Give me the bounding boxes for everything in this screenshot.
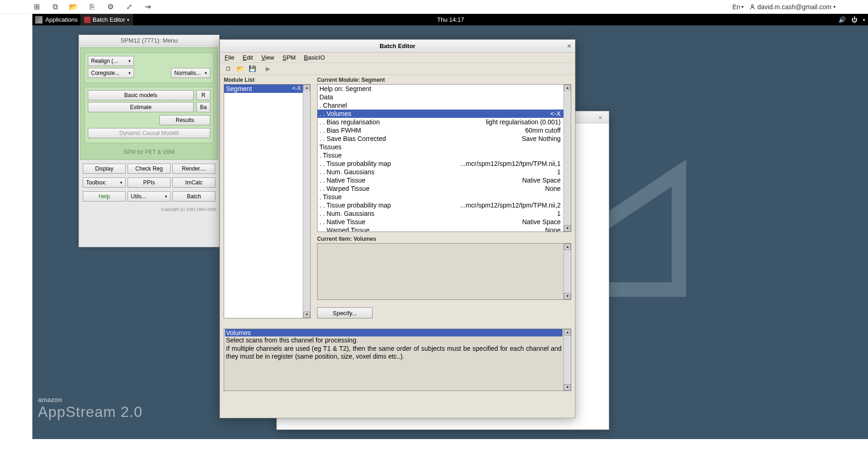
scroll-up-icon[interactable]: ▴ — [303, 85, 310, 91]
batch-editor-task-icon — [84, 17, 91, 23]
spm12-menu-window[interactable]: SPM12 (7771): Menu Realign (... Coregist… — [79, 35, 220, 247]
scroll-up-icon[interactable]: ▴ — [564, 85, 571, 91]
estimate-button[interactable]: Estimate — [88, 102, 194, 112]
module-list-label: Module List — [224, 76, 311, 84]
scroll-down-icon[interactable]: ▾ — [303, 312, 310, 318]
help-button[interactable]: Help — [83, 191, 126, 202]
render-button[interactable]: Render.... — [172, 164, 215, 174]
clipboard-icon[interactable]: ⎘ — [88, 3, 96, 11]
utils-select[interactable]: Utils... — [128, 191, 171, 202]
toolbox-select[interactable]: Toolbox: — [83, 177, 126, 188]
new-icon[interactable]: 🗋 — [225, 65, 232, 73]
scroll-up-icon[interactable]: ▴ — [564, 329, 571, 336]
scrollbar[interactable]: ▴ ▾ — [563, 244, 571, 299]
svg-point-0 — [751, 5, 753, 7]
bayesian-button[interactable]: Ba — [196, 102, 210, 112]
windows-icon[interactable]: ⧉ — [51, 3, 59, 11]
appstream-toolbar: ⊞ ⧉ 📂 ⎘ ⚙ ⤢ ⇥ En ▾ david.m.cash@gmail.co… — [0, 0, 868, 14]
power-icon[interactable]: ⏻ — [851, 16, 857, 23]
volume-icon[interactable]: 🔊 — [838, 16, 846, 23]
tree-row[interactable]: . . Num. Gaussians1 — [318, 209, 563, 218]
tree-row[interactable]: . . Bias regularisationlight regularisat… — [318, 118, 563, 126]
imcalc-button[interactable]: ImCalc — [172, 177, 215, 188]
spm-copyright: Copyright (c) 1991,1994-2020 — [79, 206, 219, 213]
help-area[interactable]: Volumes Select scans from this channel f… — [224, 329, 571, 391]
current-module-label: Current Module: Segment — [317, 76, 571, 84]
review-button[interactable]: R — [196, 90, 210, 100]
run-icon[interactable]: ▶ — [264, 65, 272, 73]
connector-icon[interactable]: ⇥ — [143, 3, 152, 11]
toolbar-left-icons: ⊞ ⧉ 📂 ⎘ ⚙ ⤢ ⇥ — [32, 3, 152, 11]
results-button[interactable]: Results — [159, 115, 210, 125]
scroll-down-icon[interactable]: ▾ — [564, 293, 571, 299]
clock[interactable]: Thu 14:17 — [437, 16, 465, 23]
scroll-down-icon[interactable]: ▾ — [564, 384, 571, 391]
scrollbar[interactable]: ▴ ▾ — [303, 85, 310, 318]
user-menu[interactable]: david.m.cash@gmail.com ▾ — [749, 3, 836, 11]
ppis-button[interactable]: PPIs — [128, 177, 171, 188]
tree-row[interactable]: . . Save Bias CorrectedSave Nothing — [318, 134, 563, 143]
close-icon[interactable]: × — [599, 114, 605, 121]
language-selector[interactable]: En ▾ — [732, 3, 743, 11]
checkreg-button[interactable]: Check Reg — [128, 164, 171, 174]
specify-button[interactable]: Specify... — [317, 307, 373, 318]
save-icon[interactable]: 💾 — [249, 65, 256, 73]
tree-row[interactable]: Tissues — [318, 143, 563, 151]
help-text-2: If multiple channels are used (eg T1 & T… — [225, 345, 562, 361]
scrollbar[interactable]: ▴ ▾ — [563, 329, 571, 391]
tree-row[interactable]: . . Volumes<-X — [318, 110, 563, 118]
tree-row[interactable]: . . Num. Gaussians1 — [318, 168, 563, 176]
tree-row[interactable]: . Tissue — [318, 193, 563, 201]
display-button[interactable]: Display — [83, 164, 126, 174]
batch-button[interactable]: Batch — [172, 191, 215, 202]
batch-title-text: Batch Editor — [379, 43, 415, 49]
applications-menu[interactable]: Applications — [32, 14, 80, 25]
desktop: Applications Batch Editor ▾ Thu 14:17 🔊 … — [32, 14, 868, 439]
system-tray: 🔊 ⏻ ▾ — [838, 16, 865, 23]
tree-row[interactable]: Help on: Segment — [318, 85, 563, 93]
tree-row[interactable]: . Tissue — [318, 151, 563, 159]
tree-row[interactable]: Data — [318, 93, 563, 101]
fullscreen-icon[interactable]: ⤢ — [125, 3, 133, 11]
folder-icon[interactable]: 📂 — [69, 3, 78, 11]
batch-iconbar: 🗋 📂 💾 ▶ — [220, 63, 575, 75]
open-icon[interactable]: 📂 — [237, 65, 244, 73]
help-title: Volumes — [225, 329, 562, 336]
tree-row[interactable]: . . Native TissueNative Space — [318, 176, 563, 184]
batch-editor-window[interactable]: Batch Editor × File Edit View SPM BasicI… — [220, 39, 575, 418]
spm-title: SPM12 (7771): Menu — [79, 35, 219, 46]
scroll-up-icon[interactable]: ▴ — [564, 244, 571, 250]
tree-row[interactable]: . . Bias FWHM60mm cutoff — [318, 126, 563, 134]
menu-spm[interactable]: SPM — [282, 54, 295, 61]
tree-row[interactable]: . Channel — [318, 101, 563, 110]
tree-row[interactable]: . . Warped TissueNone — [318, 226, 563, 232]
taskbar-batch-editor[interactable]: Batch Editor ▾ — [80, 14, 133, 25]
applications-icon — [35, 16, 43, 24]
batch-menubar: File Edit View SPM BasicIO — [220, 53, 575, 63]
scroll-down-icon[interactable]: ▾ — [564, 225, 571, 232]
coregister-select[interactable]: Coregiste... — [88, 68, 134, 78]
batch-titlebar[interactable]: Batch Editor × — [220, 40, 575, 53]
tree-row[interactable]: . . Native TissueNative Space — [318, 218, 563, 226]
module-tree-box[interactable]: Help on: SegmentData. Channel. . Volumes… — [317, 84, 571, 232]
menu-view[interactable]: View — [261, 54, 274, 61]
menu-edit[interactable]: Edit — [243, 54, 253, 61]
current-item-box[interactable]: ▴ ▾ — [317, 243, 571, 300]
module-list-box[interactable]: Segment <-X ▴ ▾ — [224, 84, 311, 318]
close-icon[interactable]: × — [567, 42, 571, 50]
tree-row[interactable]: . . Tissue probability map...mcr/spm12/s… — [318, 159, 563, 168]
basic-models-button[interactable]: Basic models — [88, 90, 194, 100]
menu-basicio[interactable]: BasicIO — [304, 54, 325, 61]
system-menubar: Applications Batch Editor ▾ Thu 14:17 🔊 … — [32, 14, 868, 25]
tray-caret-icon[interactable]: ▾ — [863, 18, 865, 22]
gear-icon[interactable]: ⚙ — [106, 3, 115, 11]
dcm-button[interactable]: Dynamic Causal Modelli — [88, 128, 210, 138]
grid-icon[interactable]: ⊞ — [32, 3, 41, 11]
module-item-segment[interactable]: Segment <-X — [224, 85, 303, 93]
menu-file[interactable]: File — [225, 54, 234, 61]
normalise-select[interactable]: Normalis... — [171, 68, 210, 78]
tree-row[interactable]: . . Tissue probability map...mcr/spm12/s… — [318, 201, 563, 209]
realign-select[interactable]: Realign (... — [88, 56, 134, 66]
tree-row[interactable]: . . Warped TissueNone — [318, 184, 563, 193]
scrollbar[interactable]: ▴ ▾ — [563, 85, 571, 232]
